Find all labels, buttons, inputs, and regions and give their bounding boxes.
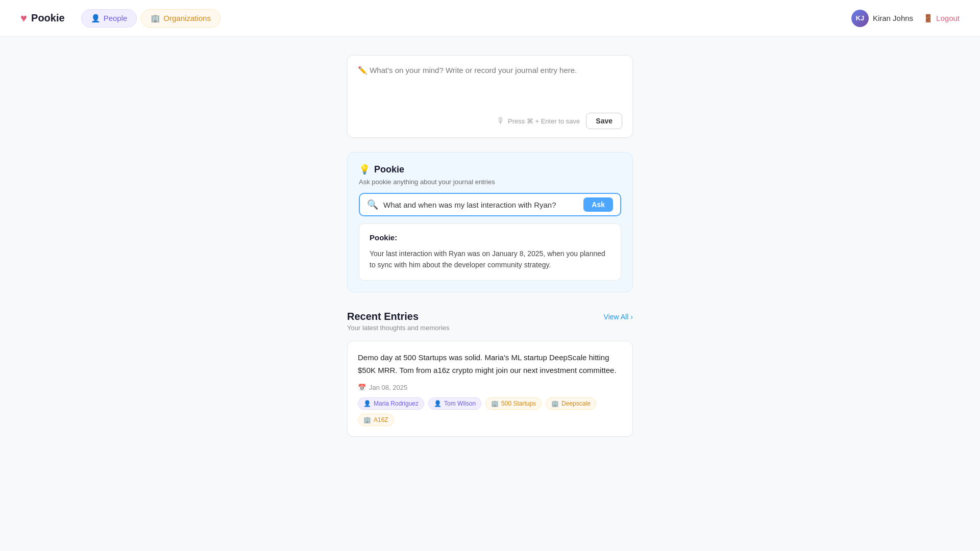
people-icon: 👤 — [91, 14, 101, 23]
tag-label: A16Z — [374, 416, 388, 423]
nav-user: KJ Kiran Johns — [851, 10, 913, 27]
navbar: ♥ Pookie 👤 People 🏢 Organizations KJ Kir… — [0, 0, 980, 37]
org-icon: 🏢 — [151, 14, 160, 23]
bulb-icon: 💡 — [359, 164, 370, 175]
logout-label: Logout — [936, 14, 960, 22]
mic-icon: 🎙 — [497, 116, 505, 126]
pookie-card: 💡 Pookie Ask pookie anything about your … — [347, 152, 633, 292]
entry-tags: 👤Maria Rodriguez👤Tom Wilson🏢500 Startups… — [358, 397, 622, 426]
tag-icon: 🏢 — [491, 400, 499, 407]
ask-button[interactable]: Ask — [583, 197, 613, 212]
tag-icon: 🏢 — [551, 400, 559, 407]
view-all-label: View All — [604, 313, 629, 321]
save-hint-text: Press ⌘ + Enter to save — [508, 117, 580, 125]
pookie-title: Pookie — [374, 164, 404, 175]
tag-maria-rodriguez[interactable]: 👤Maria Rodriguez — [358, 397, 424, 410]
nav-people-label: People — [104, 14, 128, 22]
entry-meta: 📅 Jan 08, 2025 — [358, 384, 622, 391]
user-name: Kiran Johns — [873, 14, 913, 22]
journal-box: 🎙 Press ⌘ + Enter to save Save — [347, 55, 633, 138]
logo: ♥ Pookie — [20, 12, 65, 25]
avatar: KJ — [851, 10, 869, 27]
tag-icon: 👤 — [363, 400, 371, 407]
save-button[interactable]: Save — [586, 113, 622, 129]
nav-org-label: Organizations — [163, 14, 211, 22]
tag-icon: 🏢 — [363, 416, 371, 423]
main-content: 🎙 Press ⌘ + Enter to save Save 💡 Pookie … — [0, 0, 980, 478]
entry-card: Demo day at 500 Startups was solid. Mari… — [347, 341, 633, 437]
pookie-response: Pookie: Your last interaction with Ryan … — [359, 223, 621, 281]
content-wrapper: 🎙 Press ⌘ + Enter to save Save 💡 Pookie … — [347, 55, 633, 437]
tag-label: 500 Startups — [501, 400, 536, 407]
recent-title: Recent Entries — [347, 311, 449, 322]
tag-a16z[interactable]: 🏢A16Z — [358, 414, 394, 426]
nav-people[interactable]: 👤 People — [81, 9, 137, 28]
view-all-link[interactable]: View All › — [604, 313, 633, 321]
entry-text: Demo day at 500 Startups was solid. Mari… — [358, 352, 622, 377]
journal-actions: 🎙 Press ⌘ + Enter to save Save — [358, 113, 622, 129]
recent-title-block: Recent Entries Your latest thoughts and … — [347, 311, 449, 332]
calendar-icon: 📅 — [358, 384, 366, 391]
recent-subtitle: Your latest thoughts and memories — [347, 324, 449, 332]
pookie-search-input[interactable] — [383, 201, 578, 209]
journal-input[interactable] — [358, 66, 622, 107]
nav-right: KJ Kiran Johns 🚪 Logout — [851, 10, 960, 27]
chevron-right-icon: › — [630, 313, 633, 321]
heart-icon: ♥ — [20, 12, 27, 25]
nav-links: 👤 People 🏢 Organizations — [81, 9, 851, 28]
entry-date: Jan 08, 2025 — [369, 384, 407, 391]
mic-hint: 🎙 Press ⌘ + Enter to save — [497, 116, 580, 126]
tag-label: Tom Wilson — [444, 400, 476, 407]
pookie-response-title: Pookie: — [370, 233, 610, 242]
logout-icon: 🚪 — [923, 14, 933, 23]
logo-text: Pookie — [31, 12, 65, 24]
pookie-subtitle: Ask pookie anything about your journal e… — [359, 178, 621, 186]
pookie-search-box: 🔍 Ask — [359, 193, 621, 216]
recent-header: Recent Entries Your latest thoughts and … — [347, 311, 633, 332]
tag-tom-wilson[interactable]: 👤Tom Wilson — [428, 397, 481, 410]
tag-label: Deepscale — [561, 400, 591, 407]
tag-label: Maria Rodriguez — [374, 400, 419, 407]
pookie-header: 💡 Pookie — [359, 164, 621, 175]
tag-500-startups[interactable]: 🏢500 Startups — [485, 397, 542, 410]
logout-button[interactable]: 🚪 Logout — [923, 14, 960, 23]
tag-deepscale[interactable]: 🏢Deepscale — [546, 397, 596, 410]
search-icon: 🔍 — [367, 199, 378, 210]
nav-organizations[interactable]: 🏢 Organizations — [141, 9, 220, 28]
pookie-response-text: Your last interaction with Ryan was on J… — [370, 248, 610, 271]
tag-icon: 👤 — [434, 400, 442, 407]
